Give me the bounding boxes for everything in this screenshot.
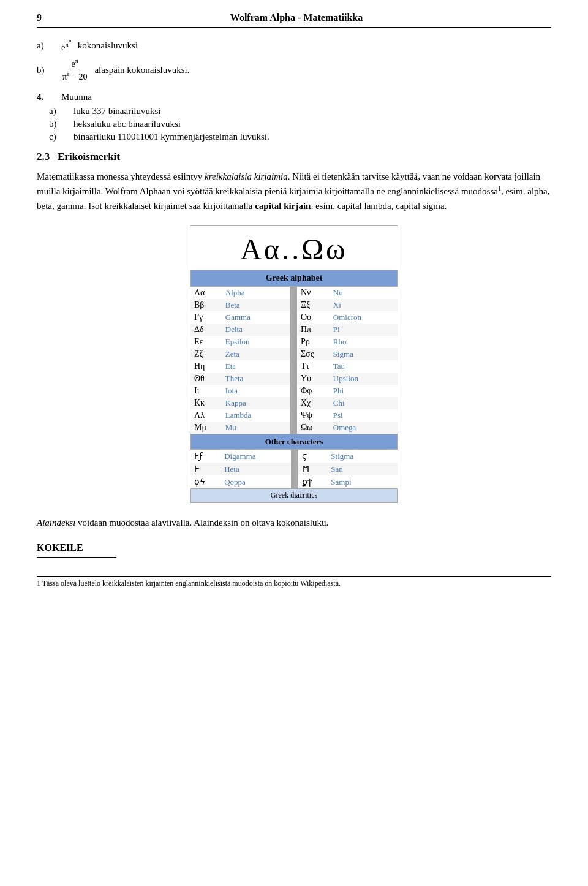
- greek-sym2: Σσς: [297, 348, 330, 360]
- greek-name2: Upsilon: [330, 373, 398, 385]
- section4-header: 4. Muunna: [37, 92, 551, 102]
- greek-row: Ββ Beta Ξξ Xi: [190, 299, 398, 311]
- col-divider: [290, 385, 297, 397]
- formula-text-b: alaspäin kokonaisluvuksi.: [94, 65, 189, 75]
- col-divider: [290, 360, 297, 373]
- greek-name2: Psi: [330, 409, 398, 422]
- greek-name2: Chi: [330, 397, 398, 409]
- other-sym1: Ϝϝ: [190, 450, 221, 463]
- greek-sym1: Αα: [190, 287, 222, 299]
- greek-sym1: Ιι: [190, 385, 222, 397]
- greek-sym2: Ττ: [297, 360, 330, 373]
- other-row: Ͱ Heta Ϻ San: [190, 463, 398, 475]
- greek-name1: Alpha: [222, 287, 290, 299]
- muunna-a-text: luku 337 binaariluvuksi: [74, 106, 161, 116]
- other-name1: Qoppa: [221, 475, 291, 488]
- page-header: 9 Wolfram Alpha - Matematiikka: [37, 12, 551, 28]
- col-divider: [290, 409, 297, 422]
- formula-section: a) eπ* kokonaisluvuksi b) eπ πe − 20 ala…: [37, 39, 551, 82]
- muunna-a-label: a): [37, 106, 74, 116]
- other-row: ϙϟ Qoppa ϼϯ Sampi: [190, 475, 398, 488]
- alaindeksi-italic: Alaindeksi: [37, 518, 75, 528]
- greek-row: Μμ Mu Ωω Omega: [190, 422, 398, 434]
- formula-fraction-b: eπ πe − 20: [61, 58, 88, 82]
- kreikkalaisia-italic: kreikkalaisia kirjaimia: [205, 172, 288, 181]
- alaindeksi-rest: voidaan muodostaa alaviivalla. Alaindeks…: [78, 518, 328, 528]
- greek-sym1: Ζζ: [190, 348, 222, 360]
- col-divider: [290, 287, 297, 299]
- other-characters-table: Ϝϝ Digamma ϛ Stigma Ͱ Heta Ϻ San ϙϟ Qopp…: [190, 450, 398, 488]
- greek-name1: Gamma: [222, 311, 290, 324]
- col-divider: [291, 450, 298, 463]
- superscript-pi-star: π*: [66, 41, 72, 48]
- sup-pi: π: [75, 58, 78, 64]
- greek-name2: Pi: [330, 324, 398, 336]
- greek-diacritics-title: Greek diacritics: [190, 488, 398, 502]
- col-divider: [290, 336, 297, 348]
- greek-row: Αα Alpha Νν Nu: [190, 287, 398, 299]
- greek-sym2: Ππ: [297, 324, 330, 336]
- greek-row: Δδ Delta Ππ Pi: [190, 324, 398, 336]
- greek-name1: Epsilon: [222, 336, 290, 348]
- sup-e: e: [67, 70, 69, 77]
- footnote-ref-1: 1: [498, 185, 501, 192]
- col-divider: [290, 348, 297, 360]
- kokeile-label: KOKEILE: [37, 542, 551, 553]
- greek-row: Θθ Theta Υυ Upsilon: [190, 373, 398, 385]
- greek-row: Ζζ Zeta Σσς Sigma: [190, 348, 398, 360]
- other-sym1: ϙϟ: [190, 475, 221, 488]
- col-divider: [290, 324, 297, 336]
- greek-name2: Xi: [330, 299, 398, 311]
- muunna-b-text: heksaluku abc binaariluvuksi: [74, 119, 181, 129]
- erikoismerkit-para1: Matematiikassa monessa yhteydessä esiint…: [37, 169, 551, 213]
- greek-sym2: Οο: [297, 311, 330, 324]
- muunna-c-label: c): [37, 132, 74, 142]
- greek-row: Λλ Lambda Ψψ Psi: [190, 409, 398, 422]
- greek-name1: Iota: [222, 385, 290, 397]
- greek-row: Εε Epsilon Ρρ Rho: [190, 336, 398, 348]
- col-divider: [290, 397, 297, 409]
- greek-sym1: Δδ: [190, 324, 222, 336]
- greek-alphabet-title: Greek alphabet: [190, 270, 398, 287]
- greek-name1: Mu: [222, 422, 290, 434]
- greek-name1: Beta: [222, 299, 290, 311]
- greek-sym1: Εε: [190, 336, 222, 348]
- greek-sym2: Νν: [297, 287, 330, 299]
- other-name1: Digamma: [221, 450, 291, 463]
- greek-sym2: Ωω: [297, 422, 330, 434]
- formula-label-a: a): [37, 40, 61, 51]
- alaindeksi-para: Alaindeksi voidaan muodostaa alaviivalla…: [37, 515, 551, 530]
- muunna-c-text: binaariluku 110011001 kymmenjärjestelmän…: [74, 132, 270, 142]
- fraction-denominator: πe − 20: [61, 70, 88, 82]
- muunna-b-label: b): [37, 119, 74, 129]
- other-name2: San: [327, 463, 398, 475]
- other-row: Ϝϝ Digamma ϛ Stigma: [190, 450, 398, 463]
- greek-name2: Tau: [330, 360, 398, 373]
- greek-sym1: Θθ: [190, 373, 222, 385]
- other-name2: Sampi: [327, 475, 398, 488]
- erikoismerkit-number: 2.3: [37, 151, 50, 162]
- greek-name2: Rho: [330, 336, 398, 348]
- formula-line-a: a) eπ* kokonaisluvuksi: [37, 39, 551, 53]
- greek-name1: Zeta: [222, 348, 290, 360]
- greek-name1: Delta: [222, 324, 290, 336]
- greek-name1: Lambda: [222, 409, 290, 422]
- section4-number: 4.: [37, 92, 61, 102]
- muunna-item-c: c) binaariluku 110011001 kymmenjärjestel…: [37, 132, 551, 142]
- other-name2: Stigma: [327, 450, 398, 463]
- other-characters-title: Other characters: [190, 434, 398, 450]
- other-sym2: Ϻ: [298, 463, 328, 475]
- greek-sym2: Υυ: [297, 373, 330, 385]
- alphabet-table-wrapper: Aα..Ωω Greek alphabet Αα Alpha Νν Nu Ββ …: [37, 225, 551, 503]
- greek-name1: Theta: [222, 373, 290, 385]
- other-sym1: Ͱ: [190, 463, 221, 475]
- section4-label: Muunna: [61, 92, 92, 102]
- footnote: 1 Tässä oleva luettelo kreikkalaisten ki…: [37, 576, 551, 588]
- greek-sym1: Ββ: [190, 299, 222, 311]
- greek-row: Ιι Iota Φφ Phi: [190, 385, 398, 397]
- formula-expr-a: eπ*: [61, 39, 72, 53]
- formula-text-a: kokonaisluvuksi: [78, 40, 138, 51]
- greek-name1: Eta: [222, 360, 290, 373]
- formula-line-b: b) eπ πe − 20 alaspäin kokonaisluvuksi.: [37, 58, 551, 82]
- fraction-numerator: eπ: [70, 58, 80, 70]
